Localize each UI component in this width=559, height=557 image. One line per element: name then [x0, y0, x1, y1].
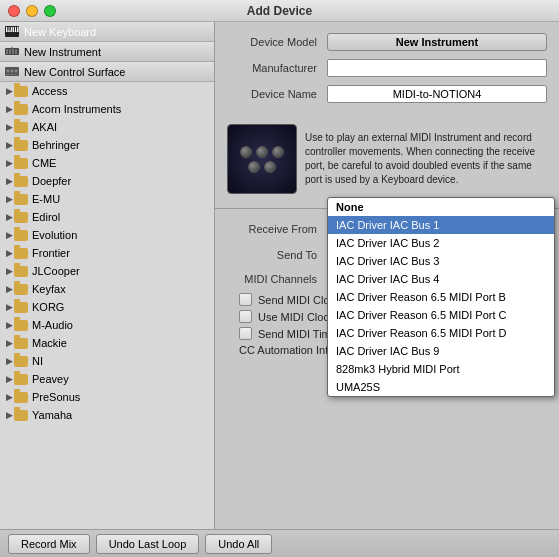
yamaha-arrow: ▶ [4, 408, 14, 422]
svg-point-19 [11, 70, 14, 73]
minimize-button[interactable] [26, 5, 38, 17]
sidebar-item-evolution[interactable]: ▶ Evolution [0, 226, 214, 244]
use-midi-clock-checkbox[interactable] [239, 310, 252, 323]
sidebar-item-ni[interactable]: ▶ NI [0, 352, 214, 370]
sidebar-item-new-instrument[interactable]: New Instrument [0, 42, 214, 62]
evolution-arrow: ▶ [4, 228, 14, 242]
cme-arrow: ▶ [4, 156, 14, 170]
device-preview: Use to play an external MIDI Instrument … [215, 120, 559, 198]
behringer-arrow: ▶ [4, 138, 14, 152]
sidebar-item-cme[interactable]: ▶ CME [0, 154, 214, 172]
peavey-label: Peavey [32, 373, 69, 385]
keyboard-icon [4, 25, 20, 39]
sidebar-item-new-keyboard[interactable]: New Keyboard [0, 22, 214, 42]
svg-rect-5 [15, 27, 16, 32]
presonus-arrow: ▶ [4, 390, 14, 404]
sidebar-item-mackie[interactable]: ▶ Mackie [0, 334, 214, 352]
device-name-field[interactable]: MIDI-to-NOTION4 [327, 85, 547, 103]
sidebar-item-peavey[interactable]: ▶ Peavey [0, 370, 214, 388]
maximize-button[interactable] [44, 5, 56, 17]
maudio-arrow: ▶ [4, 318, 14, 332]
sidebar-item-new-control-surface[interactable]: New Control Surface [0, 62, 214, 82]
svg-rect-13 [9, 49, 11, 54]
undo-all-button[interactable]: Undo All [205, 534, 272, 554]
svg-rect-15 [15, 49, 17, 54]
sidebar-item-doepfer[interactable]: ▶ Doepfer [0, 172, 214, 190]
emu-label: E-MU [32, 193, 60, 205]
evolution-label: Evolution [32, 229, 77, 241]
right-panel: Device Model New Instrument Manufacturer… [215, 22, 559, 529]
svg-rect-9 [14, 27, 15, 31]
sidebar-item-akai[interactable]: ▶ AKAI [0, 118, 214, 136]
acorn-label: Acorn Instruments [32, 103, 121, 115]
device-description: Use to play an external MIDI Instrument … [305, 124, 547, 194]
record-mix-button[interactable]: Record Mix [8, 534, 90, 554]
send-midi-clock-checkbox[interactable] [239, 293, 252, 306]
sidebar-item-edirol[interactable]: ▶ Edirol [0, 208, 214, 226]
undo-last-loop-button[interactable]: Undo Last Loop [96, 534, 200, 554]
synth-visual [228, 125, 296, 193]
sidebar-item-jlcooper[interactable]: ▶ JLCooper [0, 262, 214, 280]
manufacturer-row: Manufacturer [227, 58, 547, 78]
dropdown-item-iac-bus-9[interactable]: IAC Driver IAC Bus 9 [328, 342, 554, 360]
sidebar-item-yamaha[interactable]: ▶ Yamaha [0, 406, 214, 424]
svg-rect-4 [13, 27, 15, 32]
jlcooper-folder-icon [14, 266, 28, 277]
presonus-folder-icon [14, 392, 28, 403]
frontier-arrow: ▶ [4, 246, 14, 260]
ni-arrow: ▶ [4, 354, 14, 368]
synth-knobs-row2 [248, 161, 276, 173]
dropdown-item-iac-bus-4[interactable]: IAC Driver IAC Bus 4 [328, 270, 554, 288]
svg-rect-6 [17, 27, 19, 32]
dropdown-item-reason-d[interactable]: IAC Driver Reason 6.5 MIDI Port D [328, 324, 554, 342]
yamaha-folder-icon [14, 410, 28, 421]
device-model-label: Device Model [227, 36, 327, 48]
sidebar-item-frontier[interactable]: ▶ Frontier [0, 244, 214, 262]
doepfer-label: Doepfer [32, 175, 71, 187]
emu-folder-icon [14, 194, 28, 205]
dropdown-item-iac-bus-1[interactable]: IAC Driver IAC Bus 1 [328, 216, 554, 234]
dropdown-item-iac-bus-3[interactable]: IAC Driver IAC Bus 3 [328, 252, 554, 270]
dropdown-item-reason-c[interactable]: IAC Driver Reason 6.5 MIDI Port C [328, 306, 554, 324]
keyfax-label: Keyfax [32, 283, 66, 295]
sidebar-item-acorn[interactable]: ▶ Acorn Instruments [0, 100, 214, 118]
acorn-folder-icon [14, 104, 28, 115]
close-button[interactable] [8, 5, 20, 17]
korg-arrow: ▶ [4, 300, 14, 314]
device-model-button[interactable]: New Instrument [327, 33, 547, 51]
sidebar-item-korg[interactable]: ▶ KORG [0, 298, 214, 316]
sidebar-item-maudio[interactable]: ▶ M-Audio [0, 316, 214, 334]
maudio-label: M-Audio [32, 319, 73, 331]
control-surface-icon [4, 65, 20, 79]
svg-rect-14 [12, 49, 14, 54]
sidebar-item-access[interactable]: ▶ Access [0, 82, 214, 100]
yamaha-label: Yamaha [32, 409, 72, 421]
dropdown-item-reason-b[interactable]: IAC Driver Reason 6.5 MIDI Port B [328, 288, 554, 306]
jlcooper-arrow: ▶ [4, 264, 14, 278]
cme-label: CME [32, 157, 56, 169]
manufacturer-field[interactable] [327, 59, 547, 77]
sidebar: New Keyboard New Instrument [0, 22, 215, 529]
dropdown-item-uma25s[interactable]: UMA25S [328, 378, 554, 396]
window-controls[interactable] [8, 5, 56, 17]
synth-knob-4 [248, 161, 260, 173]
send-to-label: Send To [227, 249, 327, 261]
maudio-folder-icon [14, 320, 28, 331]
window-title: Add Device [247, 4, 312, 18]
midi-channels-label: MIDI Channels [227, 273, 327, 285]
doepfer-folder-icon [14, 176, 28, 187]
dropdown-item-iac-bus-2[interactable]: IAC Driver IAC Bus 2 [328, 234, 554, 252]
dropdown-item-none[interactable]: None [328, 198, 554, 216]
synth-knobs-row1 [240, 146, 284, 158]
sidebar-item-emu[interactable]: ▶ E-MU [0, 190, 214, 208]
new-instrument-label: New Instrument [24, 46, 101, 58]
instrument-icon [4, 45, 20, 59]
sidebar-item-keyfax[interactable]: ▶ Keyfax [0, 280, 214, 298]
akai-folder-icon [14, 122, 28, 133]
sidebar-item-behringer[interactable]: ▶ Behringer [0, 136, 214, 154]
dropdown-item-hybrid[interactable]: 828mk3 Hybrid MIDI Port [328, 360, 554, 378]
presonus-label: PreSonus [32, 391, 80, 403]
send-midi-time-checkbox[interactable] [239, 327, 252, 340]
korg-label: KORG [32, 301, 64, 313]
sidebar-item-presonus[interactable]: ▶ PreSonus [0, 388, 214, 406]
